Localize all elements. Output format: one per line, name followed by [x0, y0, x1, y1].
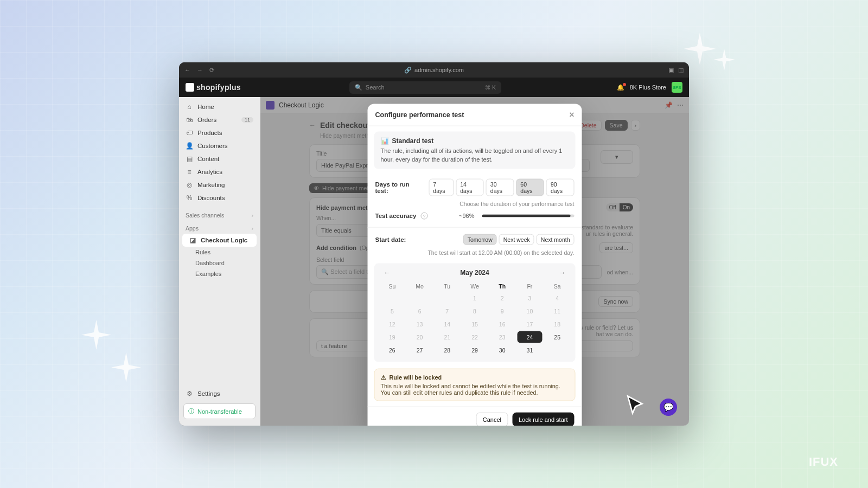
cal-day[interactable]: 2: [489, 292, 515, 304]
cal-day[interactable]: 25: [545, 331, 570, 343]
notifications-icon[interactable]: 🔔: [617, 84, 624, 91]
gear-icon: ⚙: [186, 390, 193, 397]
sidebar-sub-dashboard[interactable]: Dashboard: [179, 258, 260, 268]
main-content: Checkout Logic 📌⋯ ← Edit checkout rule A…: [260, 97, 689, 426]
nav-icon: ≡: [186, 168, 193, 176]
cal-day[interactable]: 9: [489, 305, 515, 317]
sidebar-item-content[interactable]: ▤Content: [179, 152, 260, 165]
lock-and-start-button[interactable]: Lock rule and start: [512, 413, 575, 426]
start-option[interactable]: Tomorrow: [463, 234, 497, 245]
cal-day[interactable]: 22: [462, 331, 488, 343]
avatar[interactable]: 8PS: [672, 82, 682, 93]
days-label: Days to run test:: [375, 181, 424, 194]
nav-icon: ▤: [186, 155, 193, 163]
sidebar-subnav: RulesDashboardExamples: [179, 247, 260, 279]
brand-icon: [186, 83, 194, 92]
sidebar-apps-head[interactable]: Apps›: [179, 221, 260, 234]
calendar-grid: SuMoTuWeThFrSa12345678910111213141516171…: [379, 281, 571, 357]
chat-fab[interactable]: 💬: [660, 399, 677, 416]
cal-day[interactable]: 6: [407, 305, 432, 317]
warning-title: Rule will be locked: [381, 374, 569, 381]
nav-back-icon[interactable]: ←: [184, 67, 190, 74]
accuracy-label: Test accuracy: [375, 213, 417, 219]
cal-day-header: Sa: [544, 281, 571, 292]
cal-day[interactable]: 3: [517, 292, 542, 304]
store-name[interactable]: 8K Plus Store: [630, 84, 666, 91]
search-input[interactable]: 🔍 Search ⌘ K: [349, 81, 501, 94]
cal-day-header: Tu: [433, 281, 461, 292]
cal-day[interactable]: 28: [435, 344, 460, 356]
cal-day[interactable]: 17: [517, 318, 542, 330]
cal-day[interactable]: 13: [407, 318, 432, 330]
cal-day[interactable]: 11: [545, 305, 570, 317]
nav-reload-icon[interactable]: ⟳: [209, 67, 214, 74]
search-placeholder: Search: [366, 84, 385, 91]
cal-day[interactable]: 8: [462, 305, 488, 317]
cal-day[interactable]: 7: [435, 305, 460, 317]
warning-banner: Rule will be locked This rule will be lo…: [374, 369, 576, 401]
sidebar-settings[interactable]: ⚙Settings: [179, 387, 260, 400]
start-option[interactable]: Next month: [537, 234, 575, 245]
cal-day-header: Su: [379, 281, 406, 292]
url-text: admin.shopify.com: [414, 67, 464, 73]
extension-icon[interactable]: ▣: [668, 67, 674, 74]
cal-day[interactable]: 27: [407, 344, 432, 356]
cal-day-header: Mo: [406, 281, 433, 292]
cal-day[interactable]: 31: [517, 344, 542, 356]
sidebar-item-analytics[interactable]: ≡Analytics: [179, 165, 260, 178]
cal-day-header: We: [461, 281, 489, 292]
days-option[interactable]: 90 days: [546, 179, 575, 196]
cal-day[interactable]: 16: [489, 318, 515, 330]
sidebar-item-home[interactable]: ⌂Home: [179, 100, 260, 113]
help-icon[interactable]: ?: [420, 213, 427, 220]
cal-day[interactable]: 29: [462, 344, 488, 356]
cal-day: [380, 292, 405, 304]
cal-day[interactable]: 21: [435, 331, 460, 343]
watermark: IFUX: [809, 455, 838, 469]
sidebar-item-orders[interactable]: 🛍Orders11: [179, 113, 260, 126]
cal-day[interactable]: 1: [462, 292, 488, 304]
sidebar-item-marketing[interactable]: ◎Marketing: [179, 178, 260, 191]
standard-test-desc: The rule, including all of its actions, …: [381, 147, 569, 164]
close-icon[interactable]: ×: [569, 111, 574, 119]
cal-prev-icon[interactable]: ←: [381, 268, 394, 278]
days-option[interactable]: 7 days: [429, 179, 454, 196]
days-option[interactable]: 14 days: [456, 179, 484, 196]
cal-day[interactable]: 23: [489, 331, 515, 343]
cal-day[interactable]: 20: [407, 331, 432, 343]
cal-day[interactable]: 19: [380, 331, 405, 343]
sidebar-app-checkout-logic[interactable]: ◪Checkout Logic: [182, 234, 257, 247]
days-option[interactable]: 60 days: [516, 179, 544, 196]
sidebar-item-products[interactable]: 🏷Products: [179, 126, 260, 139]
cal-day[interactable]: 15: [462, 318, 488, 330]
start-option[interactable]: Next week: [499, 234, 534, 245]
cal-day[interactable]: 24: [517, 331, 542, 343]
cal-day-header: Th: [488, 281, 516, 292]
cal-day[interactable]: 4: [545, 292, 570, 304]
modal-title: Configure performance test: [375, 111, 464, 119]
browser-titlebar: ← → ⟳ 🔗 admin.shopify.com ▣ ◫: [179, 62, 689, 78]
nav-forward-icon[interactable]: →: [197, 67, 203, 74]
cal-day[interactable]: 5: [380, 305, 405, 317]
sidebar-item-discounts[interactable]: %Discounts: [179, 191, 260, 204]
sidebar-item-customers[interactable]: 👤Customers: [179, 139, 260, 152]
cal-day[interactable]: 30: [489, 344, 515, 356]
sidebar-icon[interactable]: ◫: [678, 67, 684, 74]
cal-day[interactable]: 14: [435, 318, 460, 330]
performance-test-modal: Configure performance test × 📊Standard t…: [368, 104, 582, 426]
cal-day-header: Fr: [516, 281, 544, 292]
sidebar-sub-rules[interactable]: Rules: [179, 247, 260, 258]
search-kbd: ⌘ K: [485, 85, 495, 91]
cancel-button[interactable]: Cancel: [476, 413, 508, 426]
calendar: ← May 2024 → SuMoTuWeThFrSa1234567891011…: [374, 264, 576, 362]
nav-icon: ⌂: [186, 103, 193, 111]
cal-day[interactable]: 10: [517, 305, 542, 317]
cal-day[interactable]: 18: [545, 318, 570, 330]
app-icon: ◪: [189, 236, 196, 244]
days-option[interactable]: 30 days: [486, 179, 514, 196]
cal-day[interactable]: 12: [380, 318, 405, 330]
sidebar-sub-examples[interactable]: Examples: [179, 268, 260, 279]
sidebar-channels-head[interactable]: Sales channels›: [179, 208, 260, 221]
cal-day[interactable]: 26: [380, 344, 405, 356]
cal-next-icon[interactable]: →: [556, 268, 569, 278]
